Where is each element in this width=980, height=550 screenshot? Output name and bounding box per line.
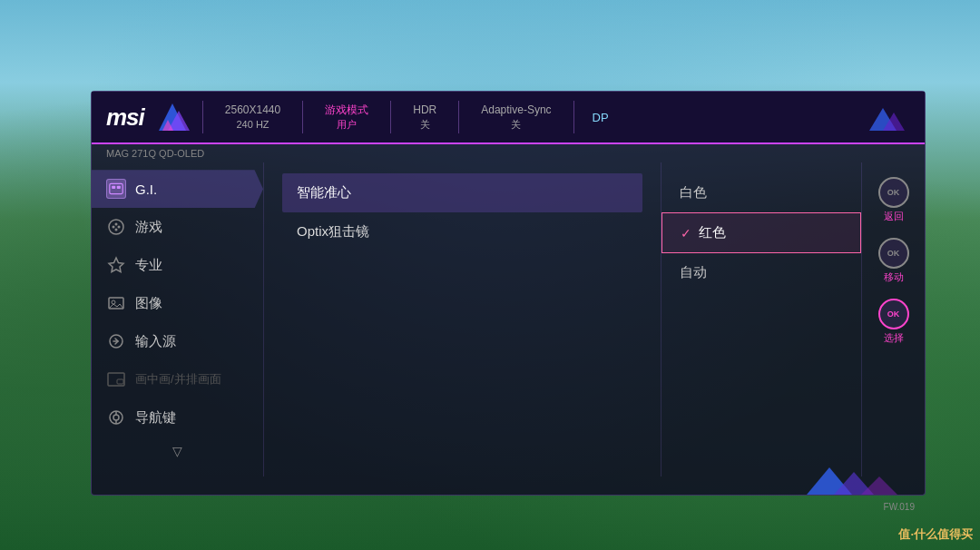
svg-marker-13	[109, 258, 123, 272]
msi-logo: msi	[106, 103, 144, 132]
osd-overlay: msi 2560X1440 240 HZ 游戏模式 用户 HDR 关 Adapt…	[91, 91, 926, 496]
svg-rect-5	[110, 184, 122, 194]
logo-decoration	[159, 103, 193, 131]
header-adaptive-sync: Adaptive-Sync 关	[468, 99, 564, 135]
back-label: 返回	[884, 210, 904, 223]
bottom-bar	[92, 476, 925, 495]
header-divider-2	[302, 101, 303, 133]
sidebar-label-game: 游戏	[135, 219, 162, 236]
image-icon	[106, 293, 126, 313]
game-icon	[106, 217, 126, 237]
sidebar-label-input: 输入源	[135, 333, 176, 350]
svg-point-10	[118, 226, 121, 229]
select-button[interactable]: OK 选择	[875, 293, 913, 350]
svg-marker-25	[861, 476, 897, 495]
move-button[interactable]: OK 移动	[875, 232, 913, 290]
back-icon: OK	[878, 177, 909, 208]
gl-icon	[106, 179, 126, 199]
bottom-triangles	[807, 463, 916, 495]
move-icon: OK	[878, 238, 909, 269]
header-resolution: 2560X1440 240 HZ	[212, 99, 293, 135]
select-label: 选择	[884, 331, 904, 345]
sidebar-item-gl[interactable]: G.I.	[92, 170, 263, 208]
header-hdr: HDR 关	[400, 99, 449, 135]
center-panel: 智能准心 Optix狙击镜	[264, 162, 662, 476]
menu-item-smart[interactable]: 智能准心	[282, 173, 642, 212]
sidebar-item-nav[interactable]: 导航键	[92, 398, 263, 437]
sidebar-item-image[interactable]: 图像	[92, 284, 263, 322]
menu-item-optix[interactable]: Optix狙击镜	[282, 212, 642, 251]
sidebar-item-input[interactable]: 输入源	[92, 322, 263, 360]
scroll-down-arrow[interactable]: ▽	[92, 437, 263, 466]
model-name: MAG 271Q QD-OLED	[92, 144, 925, 162]
header-bar: msi 2560X1440 240 HZ 游戏模式 用户 HDR 关 Adapt…	[92, 92, 925, 144]
option-white[interactable]: 白色	[662, 173, 861, 212]
sidebar-item-pip: 画中画/并排画面	[92, 360, 263, 398]
move-label: 移动	[884, 270, 904, 284]
nav-icon	[106, 408, 126, 427]
option-auto[interactable]: 自动	[662, 253, 861, 292]
header-dp: DP	[583, 111, 618, 124]
sidebar-label-pro: 专业	[135, 257, 162, 274]
right-controls: OK 返回 OK 移动 OK 选择	[861, 162, 925, 476]
option-red[interactable]: 红色	[662, 212, 861, 253]
svg-point-8	[109, 220, 123, 234]
header-game-mode: 游戏模式 用户	[312, 99, 381, 135]
header-divider-4	[458, 101, 459, 133]
svg-rect-7	[117, 186, 121, 189]
sidebar-item-game[interactable]: 游戏	[92, 208, 263, 246]
sidebar-label-pip: 画中画/并排画面	[135, 371, 221, 388]
svg-rect-6	[112, 186, 115, 189]
header-triangles	[865, 103, 910, 131]
options-panel: 白色 红色 自动	[662, 162, 861, 476]
svg-point-11	[115, 223, 118, 226]
pro-icon	[106, 255, 126, 275]
sidebar: G.I. 游戏	[92, 162, 264, 476]
back-button[interactable]: OK 返回	[875, 172, 913, 229]
watermark: 值·什么值得买	[898, 526, 973, 543]
sidebar-label-gl: G.I.	[135, 182, 157, 197]
select-icon: OK	[878, 299, 909, 329]
svg-point-12	[115, 229, 118, 231]
svg-point-9	[113, 226, 115, 229]
sidebar-item-pro[interactable]: 专业	[92, 246, 263, 284]
svg-rect-18	[117, 379, 123, 384]
pip-icon	[106, 369, 126, 389]
svg-point-20	[113, 415, 119, 420]
header-divider-3	[390, 101, 391, 133]
main-content: G.I. 游戏	[92, 162, 925, 476]
input-icon	[106, 331, 126, 351]
fw-version: FW.019	[884, 502, 915, 512]
header-divider-5	[573, 101, 574, 133]
sidebar-label-image: 图像	[135, 295, 162, 312]
sidebar-label-nav: 导航键	[135, 409, 176, 427]
header-divider-1	[202, 101, 203, 133]
